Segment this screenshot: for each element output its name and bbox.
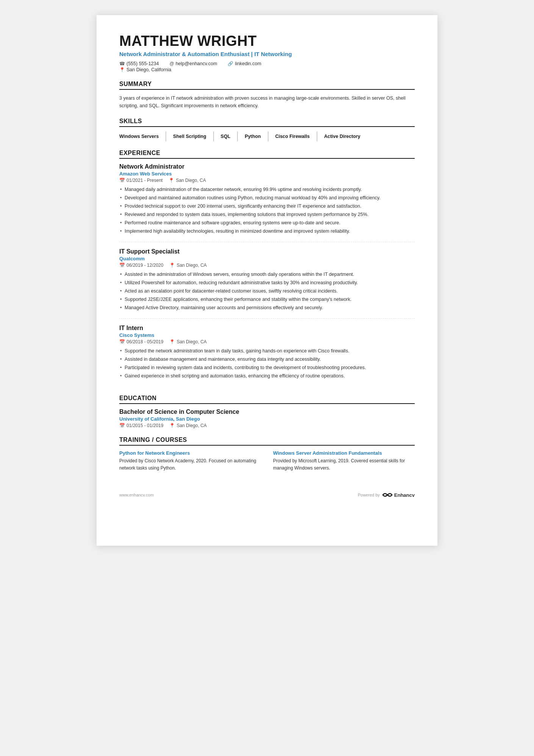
training-item: Windows Server Administration Fundamenta… [273,450,415,472]
candidate-name: MATTHEW WRIGHT [119,33,415,49]
bullet-item: Assisted in database management and main… [119,355,415,363]
job-meta: 📅 06/2019 - 12/2020 📍 San Diego, CA [119,263,415,268]
training-item-title: Python for Network Engineers [119,450,261,456]
summary-title: SUMMARY [119,81,415,90]
training-item-desc: Provided by Microsoft Learning, 2019. Co… [273,457,415,472]
skills-row: Windows ServersShell ScriptingSQLPythonC… [119,131,415,141]
date-range: 📅 06/2019 - 12/2020 [119,263,163,268]
bullet-item: Implemented high availability technologi… [119,227,415,235]
footer: www.enhancv.com Powered by Enhancv [119,487,415,498]
calendar-icon: 📅 [119,423,125,428]
summary-section: SUMMARY 3 years of experience in IT netw… [119,81,415,110]
email-contact: @ help@enhancv.com [169,61,217,66]
location-contact: 📍 San Diego, California [119,67,171,72]
experience-entry: IT InternCisco Systems 📅 06/2018 - 05/20… [119,325,415,387]
linkedin-contact: 🔗 linkedin.com [228,61,261,66]
location-icon: 📍 [169,178,174,183]
date-range: 📅 01/2021 - Present [119,178,162,183]
training-item-title: Windows Server Administration Fundamenta… [273,450,415,456]
experience-entry: Network AdministratorAmazon Web Services… [119,163,415,242]
education-section: EDUCATION Bachelor of Science in Compute… [119,395,415,428]
skill-item: Shell Scripting [173,131,214,141]
skill-item: Active Directory [324,131,367,141]
job-title: Network Administrator [119,163,415,170]
edu-date: 📅 01/2015 - 01/2019 [119,423,163,428]
training-item: Python for Network EngineersProvided by … [119,450,261,472]
phone-contact: ☎ (555) 555-1234 [119,61,159,66]
training-section: TRAINING / COURSES Python for Network En… [119,437,415,472]
footer-brand: Powered by Enhancv [358,491,415,498]
phone-value: (555) 555-1234 [126,61,159,66]
location-row: 📍 San Diego, California [119,67,415,72]
bullet-item: Gained experience in shell scripting and… [119,372,415,380]
header: MATTHEW WRIGHT Network Administrator & A… [119,33,415,72]
job-location: 📍 San Diego, CA [169,339,206,344]
footer-website: www.enhancv.com [119,493,154,497]
job-location: 📍 San Diego, CA [169,263,206,268]
bullet-item: Supported the network administration tea… [119,347,415,355]
bullet-item: Supported J2SE/J2EE applications, enhanc… [119,296,415,303]
phone-icon: ☎ [119,61,125,66]
experience-title: EXPERIENCE [119,150,415,159]
job-meta: 📅 06/2018 - 05/2019 📍 San Diego, CA [119,339,415,344]
bullet-item: Managed daily administration of the data… [119,186,415,193]
training-container: Python for Network EngineersProvided by … [119,450,415,472]
job-meta: 📅 01/2021 - Present 📍 San Diego, CA [119,178,415,183]
skill-item: Python [245,131,268,141]
bullet-list: Managed daily administration of the data… [119,186,415,235]
bullet-list: Supported the network administration tea… [119,347,415,380]
skill-item: Windows Servers [119,131,166,141]
bullet-item: Participated in reviewing system data an… [119,364,415,371]
training-item-desc: Provided by Cisco Network Academy, 2020.… [119,457,261,472]
location-icon: 📍 [119,67,125,72]
education-title: EDUCATION [119,395,415,404]
contact-row: ☎ (555) 555-1234 @ help@enhancv.com 🔗 li… [119,61,415,66]
company-name: Qualcomm [119,256,415,261]
skill-item: Cisco Firewalls [275,131,317,141]
bullet-list: Assisted in the administration of Window… [119,271,415,311]
education-container: Bachelor of Science in Computer Science … [119,409,415,428]
calendar-icon: 📅 [119,339,125,344]
bullet-item: Provided technical support to over 200 i… [119,202,415,210]
education-entry: Bachelor of Science in Computer Science … [119,409,415,428]
job-location: 📍 San Diego, CA [169,178,206,183]
company-name: Cisco Systems [119,332,415,338]
edu-location: 📍 San Diego, CA [169,423,206,428]
bullet-item: Managed Active Directory, maintaining us… [119,304,415,311]
edu-degree: Bachelor of Science in Computer Science [119,409,415,415]
skills-section: SKILLS Windows ServersShell ScriptingSQL… [119,118,415,141]
bullet-item: Developed and maintained automation rout… [119,194,415,202]
location-icon: 📍 [169,339,175,344]
candidate-title: Network Administrator & Automation Enthu… [119,51,415,57]
skills-title: SKILLS [119,118,415,127]
location-icon: 📍 [169,263,175,268]
summary-text: 3 years of experience in IT network admi… [119,94,415,110]
resume-page: MATTHEW WRIGHT Network Administrator & A… [97,15,437,546]
brand-name: Enhancv [394,492,415,498]
enhancv-logo-icon [382,491,393,498]
bullet-item: Acted as an escalation point for datacen… [119,287,415,295]
calendar-icon: 📅 [119,263,125,268]
edu-meta: 📅 01/2015 - 01/2019 📍 San Diego, CA [119,423,415,428]
experience-container: Network AdministratorAmazon Web Services… [119,163,415,387]
powered-by-label: Powered by [358,493,380,497]
job-title: IT Support Specialist [119,248,415,255]
bullet-item: Utilized Powershell for automation, redu… [119,279,415,286]
location-value: San Diego, California [126,67,171,72]
bullet-item: Performed routine maintenance and softwa… [119,219,415,227]
email-value: help@enhancv.com [176,61,217,66]
skill-item: SQL [221,131,238,141]
calendar-icon: 📅 [119,178,125,183]
company-name: Amazon Web Services [119,171,415,177]
experience-entry: IT Support SpecialistQualcomm 📅 06/2019 … [119,248,415,319]
training-title: TRAINING / COURSES [119,437,415,446]
date-range: 📅 06/2018 - 05/2019 [119,339,163,344]
job-title: IT Intern [119,325,415,332]
email-icon: @ [169,61,174,66]
edu-school: University of California, San Diego [119,416,415,422]
linkedin-value: linkedin.com [235,61,261,66]
location-icon: 📍 [169,423,175,428]
bullet-item: Assisted in the administration of Window… [119,271,415,278]
linkedin-icon: 🔗 [228,61,233,66]
bullet-item: Reviewed and responded to system data is… [119,211,415,218]
